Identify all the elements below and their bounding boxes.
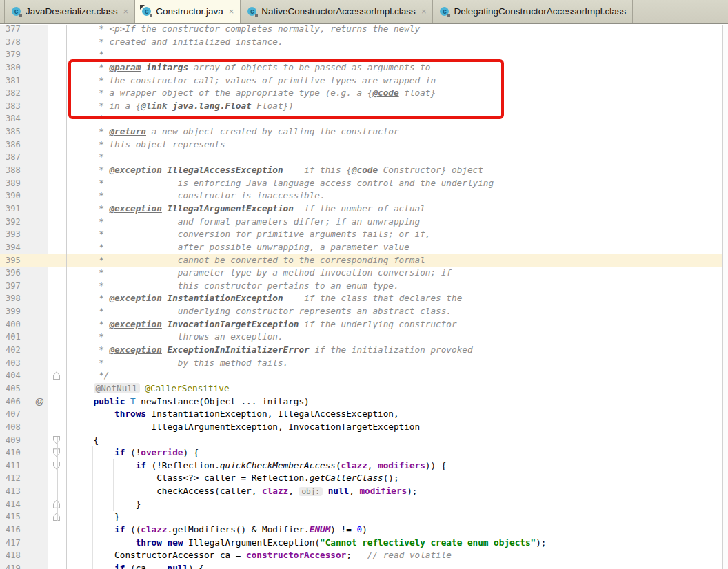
line-number[interactable]: 410: [0, 446, 48, 459]
code-line[interactable]: 410 if (!override) {: [0, 446, 728, 459]
line-number[interactable]: 401: [0, 331, 48, 344]
override-gutter-icon[interactable]: @: [35, 395, 44, 408]
line-number[interactable]: 407: [0, 408, 48, 421]
code-line[interactable]: 384 *: [0, 112, 728, 125]
tab-delegatingconstructoraccessorimpl-class[interactable]: cDelegatingConstructorAccessorImpl.class: [433, 0, 633, 23]
line-number[interactable]: 381: [0, 74, 48, 87]
line-number[interactable]: 405: [0, 382, 48, 395]
code-line[interactable]: 381 * the constructor call; values of pr…: [0, 74, 728, 87]
fold-down-icon[interactable]: [53, 436, 60, 444]
editor[interactable]: 377 * <p>If the constructor completes no…: [0, 25, 728, 569]
line-number[interactable]: 418: [0, 549, 48, 562]
tab-nativeconstructoraccessorimpl-class[interactable]: cNativeConstructorAccessorImpl.class×: [241, 0, 433, 23]
line-number[interactable]: 415: [0, 510, 48, 524]
line-number[interactable]: 406@: [0, 395, 48, 408]
code-line[interactable]: 415 }: [0, 510, 728, 524]
line-number[interactable]: 409: [0, 434, 48, 447]
line-number[interactable]: 389: [0, 177, 48, 190]
code-line[interactable]: 378 * created and initialized instance.: [0, 36, 728, 49]
code-line[interactable]: 408 IllegalArgumentException, Invocation…: [0, 421, 728, 434]
code-line[interactable]: 409 {: [0, 434, 728, 447]
line-number[interactable]: 416: [0, 524, 48, 537]
tab-constructor-java[interactable]: cConstructor.java×: [135, 0, 241, 23]
code-line[interactable]: 389 * is enforcing Java language access …: [0, 177, 728, 190]
line-number[interactable]: 417: [0, 537, 48, 550]
fold-up-icon[interactable]: [53, 500, 60, 508]
line-number[interactable]: 383: [0, 100, 48, 113]
code-line[interactable]: 419 if (ca == null) {: [0, 562, 728, 569]
code-line[interactable]: 396 * parameter type by a method invocat…: [0, 267, 728, 280]
fold-down-icon[interactable]: [53, 462, 60, 470]
line-number[interactable]: 403: [0, 357, 48, 370]
code-line[interactable]: 418 ConstructorAccessor ca = constructor…: [0, 549, 728, 562]
code-line[interactable]: 413 checkAccess(caller, clazz, obj: null…: [0, 485, 728, 498]
line-number[interactable]: 400: [0, 318, 48, 331]
code-line[interactable]: 379 *: [0, 48, 728, 61]
line-number[interactable]: 393: [0, 228, 48, 241]
code-line[interactable]: 377 * <p>If the constructor completes no…: [0, 25, 728, 36]
code-line[interactable]: 411 if (!Reflection.quickCheckMemberAcce…: [0, 459, 728, 473]
code-line[interactable]: 397 * this constructor pertains to an en…: [0, 280, 728, 293]
tab-close-icon[interactable]: ×: [229, 6, 234, 17]
code-line[interactable]: 407 throws InstantiationException, Illeg…: [0, 408, 728, 421]
code-line[interactable]: 386 * this object represents: [0, 138, 728, 152]
code-line[interactable]: 402 * @exception ExceptionInInitializerE…: [0, 344, 728, 357]
line-number[interactable]: 386: [0, 138, 48, 152]
tab-close-icon[interactable]: ×: [421, 6, 427, 17]
line-number[interactable]: 411: [0, 459, 48, 473]
line-number[interactable]: 413: [0, 485, 48, 498]
code-line[interactable]: 399 * underlying constructor represents …: [0, 305, 728, 318]
code-line[interactable]: 395 * cannot be converted to the corresp…: [0, 254, 728, 267]
code-line[interactable]: 392 * and formal parameters differ; if a…: [0, 216, 728, 229]
line-number[interactable]: 387: [0, 151, 48, 164]
code-line[interactable]: 393 * conversion for primitive arguments…: [0, 228, 728, 241]
line-number[interactable]: 384: [0, 112, 48, 125]
fold-up-icon[interactable]: [53, 513, 60, 521]
line-number[interactable]: 402: [0, 344, 48, 357]
code-line[interactable]: 400 * @exception InvocationTargetExcepti…: [0, 318, 728, 331]
code-line[interactable]: 388 * @exception IllegalAccessException …: [0, 164, 728, 177]
code-line[interactable]: 391 * @exception IllegalArgumentExceptio…: [0, 203, 728, 216]
line-number[interactable]: 380: [0, 61, 48, 74]
code-line[interactable]: 394 * after possible unwrapping, a param…: [0, 241, 728, 254]
code-line[interactable]: 405 @NotNull @CallerSensitive: [0, 382, 728, 395]
line-number[interactable]: 408: [0, 421, 48, 434]
line-number[interactable]: 390: [0, 189, 48, 203]
line-number[interactable]: 394: [0, 241, 48, 254]
code-line[interactable]: 387 *: [0, 151, 728, 164]
code-line[interactable]: 398 * @exception InstantiationException …: [0, 292, 728, 305]
code-line[interactable]: 403 * by this method fails.: [0, 357, 728, 370]
code-line[interactable]: 416 if ((clazz.getModifiers() & Modifier…: [0, 524, 728, 537]
line-number[interactable]: 392: [0, 216, 48, 229]
code-line[interactable]: 380 * @param initargs array of objects t…: [0, 61, 728, 74]
code-line[interactable]: 383 * in a {@link java.lang.Float Float}…: [0, 100, 728, 113]
line-number[interactable]: 399: [0, 305, 48, 318]
code-line[interactable]: 404 */: [0, 369, 728, 382]
code-line[interactable]: 401 * throws an exception.: [0, 331, 728, 344]
tab-javadeserializer-class[interactable]: cJavaDeserializer.class×: [4, 0, 135, 23]
line-number[interactable]: 397: [0, 280, 48, 293]
fold-down-icon[interactable]: [53, 448, 60, 457]
code-line[interactable]: 412 Class<?> caller = Reflection.getCall…: [0, 472, 728, 485]
line-number[interactable]: 419: [0, 562, 48, 569]
line-number[interactable]: 379: [0, 48, 48, 61]
line-number[interactable]: 396: [0, 267, 48, 280]
line-number[interactable]: 391: [0, 203, 48, 216]
line-number[interactable]: 414: [0, 498, 48, 511]
line-number[interactable]: 388: [0, 164, 48, 177]
code-line[interactable]: 417 throw new IllegalArgumentException("…: [0, 537, 728, 550]
fold-up-icon[interactable]: [53, 371, 60, 380]
code-line[interactable]: 406@ public T newInstance(Object ... ini…: [0, 395, 728, 408]
line-number[interactable]: 382: [0, 87, 48, 100]
code-line[interactable]: 382 * a wrapper object of the appropriat…: [0, 87, 728, 100]
line-number[interactable]: 378: [0, 36, 48, 49]
scrollbar-track[interactable]: [722, 25, 728, 569]
tab-close-icon[interactable]: ×: [123, 6, 129, 17]
code-line[interactable]: 385 * @return a new object created by ca…: [0, 125, 728, 138]
code-line[interactable]: 390 * constructor is inaccessible.: [0, 189, 728, 203]
code-line[interactable]: 414 }: [0, 498, 728, 511]
line-number[interactable]: 404: [0, 369, 48, 382]
line-number[interactable]: 412: [0, 472, 48, 485]
line-number[interactable]: 377: [0, 25, 48, 36]
line-number[interactable]: 395: [0, 254, 48, 267]
